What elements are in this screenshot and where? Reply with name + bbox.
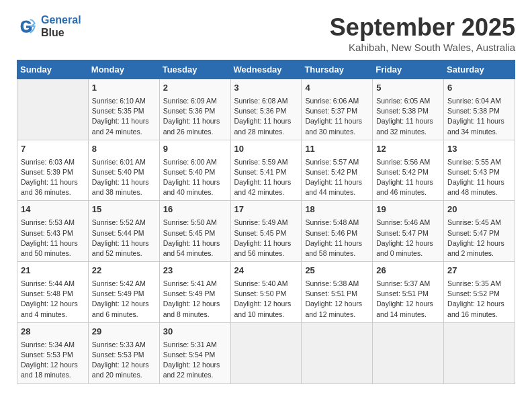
- day-info: Sunrise: 5:46 AMSunset: 5:47 PMDaylight:…: [376, 218, 440, 259]
- calendar-week-row: 1Sunrise: 6:10 AMSunset: 5:35 PMDaylight…: [17, 79, 515, 140]
- day-number: 13: [447, 143, 511, 156]
- calendar-week-row: 28Sunrise: 5:34 AMSunset: 5:53 PMDayligh…: [17, 322, 515, 383]
- day-info: Sunrise: 5:50 AMSunset: 5:45 PMDaylight:…: [163, 218, 227, 259]
- day-info: Sunrise: 5:49 AMSunset: 5:45 PMDaylight:…: [234, 218, 298, 259]
- calendar-header-saturday: Saturday: [444, 60, 515, 79]
- day-number: 26: [376, 265, 440, 277]
- calendar-table: SundayMondayTuesdayWednesdayThursdayFrid…: [17, 60, 515, 384]
- calendar-header-thursday: Thursday: [302, 60, 373, 79]
- day-info: Sunrise: 6:08 AMSunset: 5:36 PMDaylight:…: [234, 96, 298, 137]
- calendar-header-friday: Friday: [373, 60, 444, 79]
- calendar-header-monday: Monday: [88, 60, 159, 79]
- calendar-cell: 27Sunrise: 5:35 AMSunset: 5:52 PMDayligh…: [444, 262, 515, 323]
- day-number: 8: [92, 143, 156, 156]
- day-number: 7: [21, 143, 85, 156]
- day-info: Sunrise: 5:42 AMSunset: 5:49 PMDaylight:…: [92, 279, 156, 320]
- calendar-cell: [17, 79, 89, 140]
- calendar-cell: 21Sunrise: 5:44 AMSunset: 5:48 PMDayligh…: [17, 262, 89, 323]
- location-title: Kahibah, New South Wales, Australia: [330, 42, 515, 53]
- day-number: 24: [234, 265, 298, 277]
- calendar-cell: [444, 322, 515, 383]
- calendar-cell: 7Sunrise: 6:03 AMSunset: 5:39 PMDaylight…: [17, 140, 89, 201]
- day-number: 17: [234, 203, 298, 216]
- calendar-cell: 16Sunrise: 5:50 AMSunset: 5:45 PMDayligh…: [159, 201, 230, 262]
- day-info: Sunrise: 5:37 AMSunset: 5:51 PMDaylight:…: [376, 279, 440, 320]
- calendar-header-tuesday: Tuesday: [159, 60, 230, 79]
- day-number: 11: [305, 143, 369, 156]
- calendar-cell: 8Sunrise: 6:01 AMSunset: 5:40 PMDaylight…: [88, 140, 159, 201]
- day-info: Sunrise: 5:55 AMSunset: 5:43 PMDaylight:…: [447, 157, 511, 198]
- day-number: 15: [92, 203, 156, 216]
- calendar-cell: 1Sunrise: 6:10 AMSunset: 5:35 PMDaylight…: [88, 79, 159, 140]
- day-number: 14: [21, 203, 85, 216]
- calendar-cell: 4Sunrise: 6:06 AMSunset: 5:37 PMDaylight…: [302, 79, 373, 140]
- day-number: 25: [305, 265, 369, 277]
- calendar-cell: 11Sunrise: 5:57 AMSunset: 5:42 PMDayligh…: [302, 140, 373, 201]
- day-info: Sunrise: 5:35 AMSunset: 5:52 PMDaylight:…: [447, 279, 511, 320]
- day-info: Sunrise: 5:53 AMSunset: 5:43 PMDaylight:…: [21, 218, 85, 259]
- day-number: 28: [21, 326, 85, 338]
- calendar-cell: 9Sunrise: 6:00 AMSunset: 5:40 PMDaylight…: [159, 140, 230, 201]
- calendar-week-row: 21Sunrise: 5:44 AMSunset: 5:48 PMDayligh…: [17, 262, 515, 323]
- day-info: Sunrise: 6:05 AMSunset: 5:38 PMDaylight:…: [376, 96, 440, 137]
- day-number: 10: [234, 143, 298, 156]
- calendar-cell: 5Sunrise: 6:05 AMSunset: 5:38 PMDaylight…: [373, 79, 444, 140]
- day-number: 27: [447, 265, 511, 277]
- calendar-cell: 29Sunrise: 5:33 AMSunset: 5:53 PMDayligh…: [88, 322, 159, 383]
- day-number: 4: [305, 82, 369, 95]
- day-number: 9: [163, 143, 227, 156]
- day-number: 18: [305, 203, 369, 216]
- day-info: Sunrise: 5:57 AMSunset: 5:42 PMDaylight:…: [305, 157, 369, 198]
- day-info: Sunrise: 6:01 AMSunset: 5:40 PMDaylight:…: [92, 157, 156, 198]
- day-number: 21: [21, 265, 85, 277]
- day-info: Sunrise: 5:45 AMSunset: 5:47 PMDaylight:…: [447, 218, 511, 259]
- day-info: Sunrise: 5:40 AMSunset: 5:50 PMDaylight:…: [234, 279, 298, 320]
- calendar-cell: [373, 322, 444, 383]
- day-number: 1: [92, 82, 156, 95]
- calendar-cell: 28Sunrise: 5:34 AMSunset: 5:53 PMDayligh…: [17, 322, 89, 383]
- day-info: Sunrise: 5:34 AMSunset: 5:53 PMDaylight:…: [21, 340, 85, 381]
- day-number: 23: [163, 265, 227, 277]
- calendar-cell: 18Sunrise: 5:48 AMSunset: 5:46 PMDayligh…: [302, 201, 373, 262]
- logo: General Blue: [17, 13, 81, 39]
- day-info: Sunrise: 5:38 AMSunset: 5:51 PMDaylight:…: [305, 279, 369, 320]
- month-title: September 2025: [330, 13, 515, 42]
- day-number: 19: [376, 203, 440, 216]
- calendar-cell: 30Sunrise: 5:31 AMSunset: 5:54 PMDayligh…: [159, 322, 230, 383]
- day-number: 20: [447, 203, 511, 216]
- day-info: Sunrise: 5:44 AMSunset: 5:48 PMDaylight:…: [21, 279, 85, 320]
- title-section: September 2025 Kahibah, New South Wales,…: [330, 13, 515, 53]
- day-info: Sunrise: 6:03 AMSunset: 5:39 PMDaylight:…: [21, 157, 85, 198]
- calendar-cell: 6Sunrise: 6:04 AMSunset: 5:38 PMDaylight…: [444, 79, 515, 140]
- day-number: 3: [234, 82, 298, 95]
- logo-text: General Blue: [41, 13, 81, 39]
- calendar-week-row: 14Sunrise: 5:53 AMSunset: 5:43 PMDayligh…: [17, 201, 515, 262]
- day-number: 22: [92, 265, 156, 277]
- day-number: 6: [447, 82, 511, 95]
- calendar-cell: [302, 322, 373, 383]
- calendar-cell: 10Sunrise: 5:59 AMSunset: 5:41 PMDayligh…: [230, 140, 302, 201]
- calendar-cell: 17Sunrise: 5:49 AMSunset: 5:45 PMDayligh…: [230, 201, 302, 262]
- calendar-cell: 19Sunrise: 5:46 AMSunset: 5:47 PMDayligh…: [373, 201, 444, 262]
- day-number: 12: [376, 143, 440, 156]
- day-info: Sunrise: 6:06 AMSunset: 5:37 PMDaylight:…: [305, 96, 369, 137]
- calendar-cell: 26Sunrise: 5:37 AMSunset: 5:51 PMDayligh…: [373, 262, 444, 323]
- calendar-header-row: SundayMondayTuesdayWednesdayThursdayFrid…: [17, 60, 515, 79]
- calendar-cell: 2Sunrise: 6:09 AMSunset: 5:36 PMDaylight…: [159, 79, 230, 140]
- day-number: 2: [163, 82, 227, 95]
- calendar-cell: 14Sunrise: 5:53 AMSunset: 5:43 PMDayligh…: [17, 201, 89, 262]
- day-number: 29: [92, 326, 156, 338]
- calendar-cell: 20Sunrise: 5:45 AMSunset: 5:47 PMDayligh…: [444, 201, 515, 262]
- day-info: Sunrise: 6:09 AMSunset: 5:36 PMDaylight:…: [163, 96, 227, 137]
- day-info: Sunrise: 6:00 AMSunset: 5:40 PMDaylight:…: [163, 157, 227, 198]
- day-info: Sunrise: 6:10 AMSunset: 5:35 PMDaylight:…: [92, 96, 156, 137]
- calendar-header-sunday: Sunday: [17, 60, 89, 79]
- day-info: Sunrise: 5:52 AMSunset: 5:44 PMDaylight:…: [92, 218, 156, 259]
- calendar-cell: 15Sunrise: 5:52 AMSunset: 5:44 PMDayligh…: [88, 201, 159, 262]
- day-info: Sunrise: 5:56 AMSunset: 5:42 PMDaylight:…: [376, 157, 440, 198]
- calendar-cell: 25Sunrise: 5:38 AMSunset: 5:51 PMDayligh…: [302, 262, 373, 323]
- day-number: 30: [163, 326, 227, 338]
- day-number: 16: [163, 203, 227, 216]
- day-info: Sunrise: 5:59 AMSunset: 5:41 PMDaylight:…: [234, 157, 298, 198]
- calendar-cell: 22Sunrise: 5:42 AMSunset: 5:49 PMDayligh…: [88, 262, 159, 323]
